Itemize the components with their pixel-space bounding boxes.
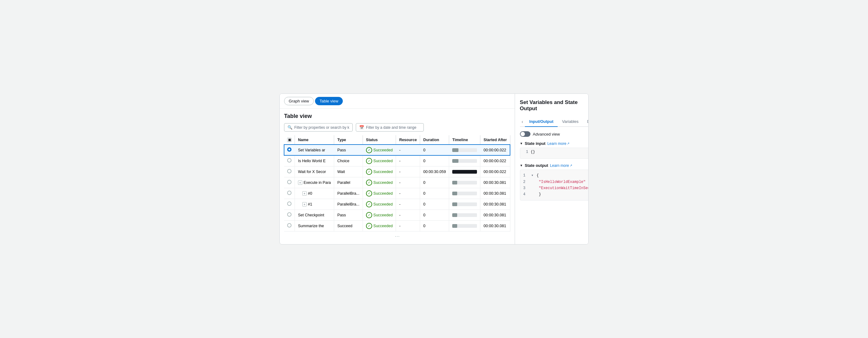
radio-button[interactable] bbox=[287, 158, 291, 163]
table-row[interactable]: Wait for X SecorWaitSucceeded-00:00:30.0… bbox=[284, 166, 510, 177]
row-started-after-cell: 00:00:30.081 bbox=[480, 220, 510, 231]
col-header-status[interactable]: Status bbox=[363, 135, 396, 145]
row-timeline-cell bbox=[449, 209, 480, 220]
timeline-bar-wrap bbox=[452, 148, 477, 152]
timeline-bar bbox=[452, 192, 457, 195]
advanced-view-toggle[interactable] bbox=[520, 131, 530, 137]
output-line-2: 2 "IsHelloWorldExample": true, bbox=[523, 179, 589, 185]
line-arrow-1[interactable]: ▾ bbox=[531, 172, 533, 178]
state-input-learn-more[interactable]: Learn more ↗ bbox=[548, 141, 569, 146]
col-header-started-after[interactable]: Started After bbox=[480, 135, 510, 145]
row-resource-cell: - bbox=[396, 166, 420, 177]
advanced-view-row: Advanced view bbox=[520, 131, 589, 137]
row-duration-cell: 0 bbox=[420, 220, 449, 231]
timeline-bar bbox=[452, 148, 458, 152]
row-select-cell[interactable] bbox=[284, 166, 295, 177]
line-content-1: { bbox=[537, 172, 539, 178]
status-badge: Succeeded bbox=[366, 169, 393, 175]
row-name-cell: Summarize the bbox=[295, 220, 334, 231]
row-duration-cell: 0 bbox=[420, 209, 449, 220]
radio-button[interactable] bbox=[287, 191, 291, 195]
table-row[interactable]: +Execute in ParaParallelSucceeded-000:00… bbox=[284, 177, 510, 188]
tab-variables[interactable]: Variables bbox=[558, 117, 583, 127]
drag-handle[interactable]: ⋯ bbox=[284, 231, 510, 241]
row-started-after-cell: 00:00:00.022 bbox=[480, 156, 510, 166]
state-output-collapse-icon[interactable]: ▼ bbox=[520, 164, 523, 167]
col-header-resource[interactable]: Resource bbox=[396, 135, 420, 145]
table-row[interactable]: +#1ParallelBra...Succeeded-000:00:30.081 bbox=[284, 199, 510, 209]
row-started-after-cell: 00:00:30.081 bbox=[480, 177, 510, 188]
row-type-cell: Choice bbox=[334, 156, 363, 166]
expand-row-icon[interactable]: + bbox=[302, 202, 307, 206]
right-panel-title: Set Variables and State Output bbox=[520, 100, 589, 112]
table-row[interactable]: Is Hello World EChoiceSucceeded-000:00:0… bbox=[284, 156, 510, 166]
line-arrow-2 bbox=[531, 179, 536, 185]
state-input-code-block: 1 {} ⧉ bbox=[520, 148, 589, 159]
radio-button[interactable] bbox=[287, 180, 291, 184]
table-row[interactable]: Set Variables arPassSucceeded-000:00:00.… bbox=[284, 145, 510, 156]
search-icon: 🔍 bbox=[287, 125, 292, 130]
filter-date-input[interactable]: 📅 Filter by a date and time range bbox=[356, 123, 424, 132]
row-type-cell: Pass bbox=[334, 209, 363, 220]
output-line-3: 3 "ExecutionWaitTimeInSeconds": 30 bbox=[523, 185, 589, 191]
row-name-cell: Set Checkpoint bbox=[295, 209, 334, 220]
advanced-view-label: Advanced view bbox=[533, 132, 560, 137]
row-resource-cell: - bbox=[396, 145, 420, 156]
table-header-row: ▣ Name Type Status Resource Duration Tim… bbox=[284, 135, 510, 145]
col-header-timeline[interactable]: Timeline bbox=[449, 135, 480, 145]
executions-table: ▣ Name Type Status Resource Duration Tim… bbox=[284, 135, 510, 231]
radio-button[interactable] bbox=[287, 169, 291, 173]
state-input-collapse-icon[interactable]: ▼ bbox=[520, 142, 523, 145]
table-content-area: Table view 🔍 Filter by properties or sea… bbox=[280, 109, 515, 244]
timeline-bar-wrap bbox=[452, 159, 477, 163]
row-type-cell: Pass bbox=[334, 145, 363, 156]
table-row[interactable]: Summarize theSucceedSucceeded-000:00:30.… bbox=[284, 220, 510, 231]
radio-button[interactable] bbox=[287, 223, 291, 227]
radio-button[interactable] bbox=[287, 201, 291, 206]
col-name-label: Name bbox=[298, 138, 309, 142]
row-select-cell[interactable] bbox=[284, 209, 295, 220]
expand-all-icon[interactable]: ▣ bbox=[287, 138, 291, 142]
view-toggle-bar: Graph view Table view bbox=[280, 94, 515, 109]
graph-view-button[interactable]: Graph view bbox=[284, 97, 314, 105]
timeline-bar bbox=[452, 159, 458, 163]
col-header-type[interactable]: Type bbox=[334, 135, 363, 145]
row-select-cell[interactable] bbox=[284, 188, 295, 199]
radio-button[interactable] bbox=[287, 147, 291, 152]
output-line-4: 4 } bbox=[523, 191, 589, 197]
tab-input-output[interactable]: Input/Output bbox=[525, 117, 558, 127]
row-status-cell: Succeeded bbox=[363, 166, 396, 177]
row-duration-cell: 0 bbox=[420, 156, 449, 166]
row-status-cell: Succeeded bbox=[363, 199, 396, 209]
row-select-cell[interactable] bbox=[284, 199, 295, 209]
row-status-cell: Succeeded bbox=[363, 177, 396, 188]
row-status-cell: Succeeded bbox=[363, 220, 396, 231]
row-select-cell[interactable] bbox=[284, 220, 295, 231]
row-select-cell[interactable] bbox=[284, 156, 295, 166]
right-panel: Set Variables and State Output Test stat… bbox=[515, 94, 589, 244]
state-output-learn-more[interactable]: Learn more ↗ bbox=[550, 163, 572, 168]
filter-properties-placeholder: Filter by properties or search by k bbox=[294, 125, 349, 130]
tab-prev-button[interactable]: ‹ bbox=[520, 117, 525, 126]
radio-button[interactable] bbox=[287, 212, 291, 217]
tab-details[interactable]: Details bbox=[583, 117, 589, 127]
timeline-bar bbox=[452, 202, 457, 206]
expand-row-icon[interactable]: + bbox=[302, 191, 307, 196]
row-resource-cell: - bbox=[396, 156, 420, 166]
timeline-bar-wrap bbox=[452, 181, 477, 185]
expand-row-icon[interactable]: + bbox=[298, 180, 302, 185]
table-row[interactable]: Set CheckpointPassSucceeded-000:00:30.08… bbox=[284, 209, 510, 220]
col-header-name[interactable]: Name bbox=[295, 135, 334, 145]
row-timeline-cell bbox=[449, 145, 480, 156]
row-select-cell[interactable] bbox=[284, 145, 295, 156]
filter-properties-input[interactable]: 🔍 Filter by properties or search by k bbox=[284, 123, 353, 132]
row-timeline-cell bbox=[449, 220, 480, 231]
row-name-cell: Is Hello World E bbox=[295, 156, 334, 166]
col-header-duration[interactable]: Duration bbox=[420, 135, 449, 145]
table-view-button[interactable]: Table view bbox=[315, 97, 343, 105]
row-select-cell[interactable] bbox=[284, 177, 295, 188]
timeline-bar bbox=[452, 213, 457, 217]
filter-date-placeholder: Filter by a date and time range bbox=[366, 125, 416, 130]
timeline-bar bbox=[452, 224, 457, 228]
table-row[interactable]: +#0ParallelBra...Succeeded-000:00:30.081 bbox=[284, 188, 510, 199]
